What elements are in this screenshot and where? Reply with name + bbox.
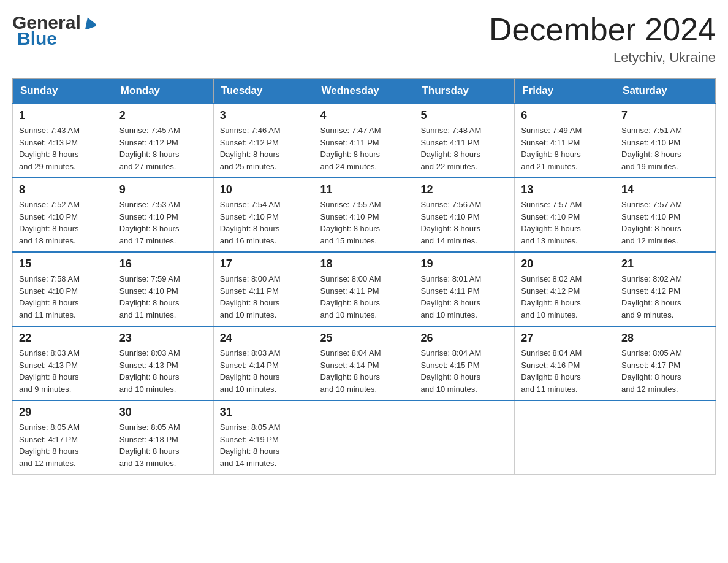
day-number: 29 — [19, 406, 107, 419]
calendar-cell: 1 Sunrise: 7:43 AM Sunset: 4:13 PM Dayli… — [13, 104, 113, 178]
day-info: Sunrise: 8:04 AM Sunset: 4:14 PM Dayligh… — [320, 347, 408, 395]
header-saturday: Saturday — [615, 79, 716, 104]
calendar-cell: 5 Sunrise: 7:48 AM Sunset: 4:11 PM Dayli… — [414, 104, 515, 178]
calendar-table: SundayMondayTuesdayWednesdayThursdayFrid… — [12, 78, 716, 475]
header-monday: Monday — [113, 79, 213, 104]
calendar-cell: 3 Sunrise: 7:46 AM Sunset: 4:12 PM Dayli… — [213, 104, 314, 178]
day-info: Sunrise: 7:59 AM Sunset: 4:10 PM Dayligh… — [119, 273, 207, 321]
day-info: Sunrise: 7:51 AM Sunset: 4:10 PM Dayligh… — [621, 124, 709, 172]
week-row-2: 8 Sunrise: 7:52 AM Sunset: 4:10 PM Dayli… — [13, 178, 716, 252]
header-row: SundayMondayTuesdayWednesdayThursdayFrid… — [13, 79, 716, 104]
calendar-cell: 11 Sunrise: 7:55 AM Sunset: 4:10 PM Dayl… — [314, 178, 414, 252]
week-row-5: 29 Sunrise: 8:05 AM Sunset: 4:17 PM Dayl… — [13, 400, 716, 475]
day-number: 15 — [19, 258, 107, 270]
day-info: Sunrise: 8:01 AM Sunset: 4:11 PM Dayligh… — [420, 273, 508, 321]
day-info: Sunrise: 8:05 AM Sunset: 4:17 PM Dayligh… — [19, 421, 107, 469]
calendar-cell: 12 Sunrise: 7:56 AM Sunset: 4:10 PM Dayl… — [414, 178, 515, 252]
day-number: 1 — [19, 109, 107, 122]
day-info: Sunrise: 8:05 AM Sunset: 4:19 PM Dayligh… — [220, 421, 308, 469]
calendar-cell: 27 Sunrise: 8:04 AM Sunset: 4:16 PM Dayl… — [515, 326, 615, 400]
calendar-cell — [515, 400, 615, 475]
header-friday: Friday — [515, 79, 615, 104]
day-info: Sunrise: 7:53 AM Sunset: 4:10 PM Dayligh… — [119, 199, 207, 247]
day-number: 7 — [621, 109, 709, 122]
calendar-cell: 6 Sunrise: 7:49 AM Sunset: 4:11 PM Dayli… — [515, 104, 615, 178]
calendar-cell: 10 Sunrise: 7:54 AM Sunset: 4:10 PM Dayl… — [213, 178, 314, 252]
day-info: Sunrise: 7:54 AM Sunset: 4:10 PM Dayligh… — [220, 199, 308, 247]
calendar-cell: 19 Sunrise: 8:01 AM Sunset: 4:11 PM Dayl… — [414, 252, 515, 326]
calendar-cell: 8 Sunrise: 7:52 AM Sunset: 4:10 PM Dayli… — [13, 178, 113, 252]
week-row-4: 22 Sunrise: 8:03 AM Sunset: 4:13 PM Dayl… — [13, 326, 716, 400]
day-number: 30 — [119, 406, 207, 419]
day-number: 9 — [119, 183, 207, 196]
day-info: Sunrise: 8:03 AM Sunset: 4:13 PM Dayligh… — [119, 347, 207, 395]
header-wednesday: Wednesday — [314, 79, 414, 104]
header-sunday: Sunday — [13, 79, 113, 104]
logo: General Blue — [12, 12, 96, 49]
calendar-cell: 14 Sunrise: 7:57 AM Sunset: 4:10 PM Dayl… — [615, 178, 716, 252]
week-row-1: 1 Sunrise: 7:43 AM Sunset: 4:13 PM Dayli… — [13, 104, 716, 178]
calendar-cell: 7 Sunrise: 7:51 AM Sunset: 4:10 PM Dayli… — [615, 104, 716, 178]
day-number: 8 — [19, 183, 107, 196]
day-number: 26 — [420, 332, 508, 345]
calendar-cell — [615, 400, 716, 475]
day-info: Sunrise: 7:56 AM Sunset: 4:10 PM Dayligh… — [420, 199, 508, 247]
day-number: 24 — [220, 332, 308, 345]
day-info: Sunrise: 8:04 AM Sunset: 4:16 PM Dayligh… — [521, 347, 609, 395]
day-info: Sunrise: 7:58 AM Sunset: 4:10 PM Dayligh… — [19, 273, 107, 321]
day-number: 27 — [521, 332, 609, 345]
day-info: Sunrise: 7:57 AM Sunset: 4:10 PM Dayligh… — [621, 199, 709, 247]
calendar-title: December 2024 — [489, 12, 716, 47]
day-info: Sunrise: 8:00 AM Sunset: 4:11 PM Dayligh… — [220, 273, 308, 321]
day-number: 14 — [621, 183, 709, 196]
calendar-cell: 13 Sunrise: 7:57 AM Sunset: 4:10 PM Dayl… — [515, 178, 615, 252]
day-number: 16 — [119, 258, 207, 270]
day-number: 5 — [420, 109, 508, 122]
calendar-subtitle: Letychiv, Ukraine — [489, 50, 716, 66]
calendar-cell: 18 Sunrise: 8:00 AM Sunset: 4:11 PM Dayl… — [314, 252, 414, 326]
day-info: Sunrise: 8:02 AM Sunset: 4:12 PM Dayligh… — [621, 273, 709, 321]
calendar-cell: 30 Sunrise: 8:05 AM Sunset: 4:18 PM Dayl… — [113, 400, 213, 475]
day-number: 13 — [521, 183, 609, 196]
title-section: December 2024 Letychiv, Ukraine — [489, 12, 716, 66]
day-info: Sunrise: 7:55 AM Sunset: 4:10 PM Dayligh… — [320, 199, 408, 247]
logo-blue-text: Blue — [17, 28, 57, 49]
header-thursday: Thursday — [414, 79, 515, 104]
calendar-cell: 20 Sunrise: 8:02 AM Sunset: 4:12 PM Dayl… — [515, 252, 615, 326]
day-info: Sunrise: 7:46 AM Sunset: 4:12 PM Dayligh… — [220, 124, 308, 172]
day-number: 2 — [119, 109, 207, 122]
calendar-cell: 17 Sunrise: 8:00 AM Sunset: 4:11 PM Dayl… — [213, 252, 314, 326]
day-number: 28 — [621, 332, 709, 345]
day-number: 21 — [621, 258, 709, 270]
calendar-cell: 23 Sunrise: 8:03 AM Sunset: 4:13 PM Dayl… — [113, 326, 213, 400]
day-info: Sunrise: 8:03 AM Sunset: 4:13 PM Dayligh… — [19, 347, 107, 395]
day-number: 22 — [19, 332, 107, 345]
page-header: General Blue December 2024 Letychiv, Ukr… — [12, 12, 716, 66]
day-number: 19 — [420, 258, 508, 270]
calendar-cell: 2 Sunrise: 7:45 AM Sunset: 4:12 PM Dayli… — [113, 104, 213, 178]
calendar-cell: 31 Sunrise: 8:05 AM Sunset: 4:19 PM Dayl… — [213, 400, 314, 475]
svg-marker-0 — [83, 16, 96, 29]
day-info: Sunrise: 7:47 AM Sunset: 4:11 PM Dayligh… — [320, 124, 408, 172]
calendar-cell: 26 Sunrise: 8:04 AM Sunset: 4:15 PM Dayl… — [414, 326, 515, 400]
day-number: 20 — [521, 258, 609, 270]
calendar-cell: 22 Sunrise: 8:03 AM Sunset: 4:13 PM Dayl… — [13, 326, 113, 400]
calendar-cell: 28 Sunrise: 8:05 AM Sunset: 4:17 PM Dayl… — [615, 326, 716, 400]
day-info: Sunrise: 8:03 AM Sunset: 4:14 PM Dayligh… — [220, 347, 308, 395]
calendar-cell: 24 Sunrise: 8:03 AM Sunset: 4:14 PM Dayl… — [213, 326, 314, 400]
day-number: 3 — [220, 109, 308, 122]
calendar-cell: 16 Sunrise: 7:59 AM Sunset: 4:10 PM Dayl… — [113, 252, 213, 326]
day-info: Sunrise: 8:05 AM Sunset: 4:17 PM Dayligh… — [621, 347, 709, 395]
day-number: 4 — [320, 109, 408, 122]
calendar-cell: 15 Sunrise: 7:58 AM Sunset: 4:10 PM Dayl… — [13, 252, 113, 326]
day-info: Sunrise: 7:48 AM Sunset: 4:11 PM Dayligh… — [420, 124, 508, 172]
day-number: 11 — [320, 183, 408, 196]
day-info: Sunrise: 7:52 AM Sunset: 4:10 PM Dayligh… — [19, 199, 107, 247]
day-info: Sunrise: 8:02 AM Sunset: 4:12 PM Dayligh… — [521, 273, 609, 321]
calendar-cell: 25 Sunrise: 8:04 AM Sunset: 4:14 PM Dayl… — [314, 326, 414, 400]
day-info: Sunrise: 7:43 AM Sunset: 4:13 PM Dayligh… — [19, 124, 107, 172]
calendar-cell: 29 Sunrise: 8:05 AM Sunset: 4:17 PM Dayl… — [13, 400, 113, 475]
calendar-cell: 21 Sunrise: 8:02 AM Sunset: 4:12 PM Dayl… — [615, 252, 716, 326]
day-info: Sunrise: 8:04 AM Sunset: 4:15 PM Dayligh… — [420, 347, 508, 395]
day-number: 10 — [220, 183, 308, 196]
